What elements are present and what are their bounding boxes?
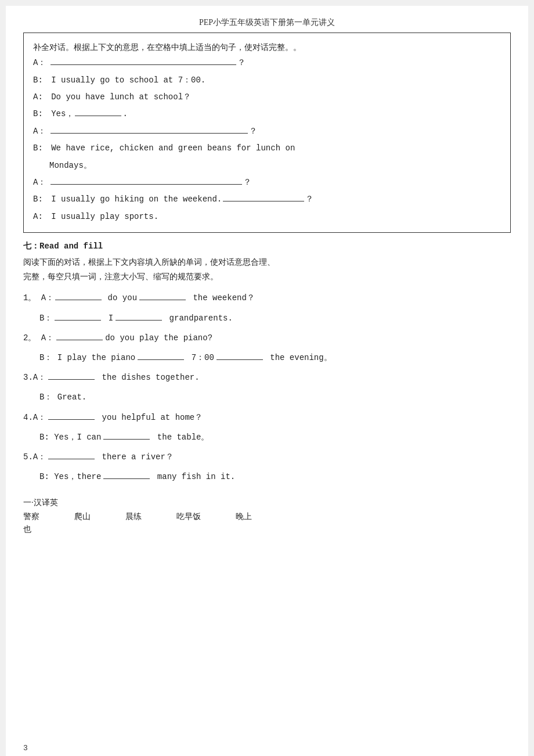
fill-item-2: 2。 A： do you play the piano? B： I play t… — [23, 329, 511, 367]
word-5: 晚上 — [236, 512, 252, 522]
dialog-line-a4: A： ？ — [33, 174, 501, 191]
label-b3: B: — [33, 140, 43, 157]
dialog-line-b3b: Mondays。 — [49, 157, 501, 174]
fill-line-4b: B: Yes，I can the table。 — [39, 428, 511, 447]
word-6: 也 — [23, 524, 31, 535]
dialog-line-a3: A： ？ — [33, 123, 501, 140]
word-4: 吃早饭 — [176, 512, 201, 522]
fill-line-5a: 5.A： there a river？ — [23, 448, 511, 466]
fill-line-1a: 1。 A： do you the weekend？ — [23, 289, 511, 307]
word-2: 爬山 — [74, 512, 91, 522]
blank-1a2[interactable] — [139, 300, 186, 300]
dialog-line-b4: B: I usually go hiking on the weekend. ？ — [33, 191, 501, 208]
blank-2b2[interactable] — [217, 359, 263, 360]
main-box: 补全对话。根据上下文的意思，在空格中填上适当的句子，使对话完整。。 A： ？ B… — [23, 33, 511, 233]
fill-line-5b: B: Yes，there many fish in it. — [39, 467, 511, 486]
page-number: 3 — [23, 744, 28, 753]
section-7-header: 七：Read and fill — [23, 241, 511, 251]
label-b2: B: — [33, 106, 43, 123]
word-1: 警察 — [23, 512, 39, 522]
bottom-title: 一·汉译英 — [23, 498, 511, 508]
word-3: 晨练 — [125, 512, 142, 522]
fill-line-3b: B： Great. — [39, 388, 511, 406]
page-title: PEP小学五年级英语下册第一单元讲义 — [23, 17, 511, 28]
label-a4: A： — [33, 174, 46, 191]
dialog-line-b3: B: We have rice, chicken and green beans… — [33, 140, 501, 157]
dialog-line-b1: B: I usually go to school at 7：00. — [33, 72, 501, 89]
blank-a3[interactable] — [50, 133, 248, 134]
blank-3a1[interactable] — [48, 379, 95, 380]
blank-5b1[interactable] — [103, 478, 150, 479]
fill-line-1b: B： I grandparents. — [39, 309, 511, 327]
dialog-line-a1: A： ？ — [33, 55, 501, 71]
section-7: 七：Read and fill 阅读下面的对话，根据上下文内容填入所缺的单词，使… — [23, 241, 511, 486]
label-b1: B: — [33, 72, 43, 89]
bottom-section: 一·汉译英 警察 爬山 晨练 吃早饭 晚上 也 — [23, 493, 511, 535]
page: PEP小学五年级英语下册第一单元讲义 补全对话。根据上下文的意思，在空格中填上适… — [6, 6, 528, 756]
fill-item-1: 1。 A： do you the weekend？ B： I grandpare… — [23, 289, 511, 327]
fill-line-2b: B： I play the piano 7：00 the evening。 — [39, 348, 511, 367]
blank-2b1[interactable] — [138, 359, 184, 360]
fill-item-4: 4.A： you helpful at home？ B: Yes，I can t… — [23, 408, 511, 447]
blank-2a1[interactable] — [56, 340, 103, 340]
fill-item-3: 3.A： the dishes together. B： Great. — [23, 368, 511, 406]
blank-b2[interactable] — [75, 116, 121, 116]
fill-item-5: 5.A： there a river？ B: Yes，there many fi… — [23, 448, 511, 486]
blank-5a1[interactable] — [48, 459, 95, 459]
label-a5: A: — [33, 208, 43, 225]
fill-line-2a: 2。 A： do you play the piano? — [23, 329, 511, 347]
dialog-line-a2: A: Do you have lunch at school？ — [33, 89, 501, 106]
label-a2: A: — [33, 89, 43, 106]
blank-a4[interactable] — [50, 184, 242, 185]
blank-a1[interactable] — [50, 64, 236, 65]
blank-4b1[interactable] — [103, 439, 150, 440]
fill-line-4a: 4.A： you helpful at home？ — [23, 408, 511, 427]
blank-b4[interactable] — [223, 201, 304, 201]
main-instruction: 补全对话。根据上下文的意思，在空格中填上适当的句子，使对话完整。。 — [33, 40, 501, 55]
dialog-line-b2: B: Yes， . — [33, 106, 501, 123]
blank-1b1[interactable] — [55, 320, 101, 321]
blank-1b2[interactable] — [116, 320, 162, 321]
blank-4a1[interactable] — [48, 419, 95, 420]
bottom-row-2: 也 — [23, 524, 511, 535]
label-a1: A： — [33, 55, 46, 71]
fill-line-3a: 3.A： the dishes together. — [23, 368, 511, 387]
section-7-instruction: 阅读下面的对话，根据上下文内容填入所缺的单词，使对话意思合理、 完整，每空只填一… — [23, 255, 511, 284]
bottom-row-1: 警察 爬山 晨练 吃早饭 晚上 — [23, 512, 511, 522]
label-a3: A： — [33, 123, 46, 140]
blank-1a1[interactable] — [55, 300, 102, 300]
dialog-line-a5: A: I usually play sports. — [33, 208, 501, 225]
label-b4: B: — [33, 191, 43, 208]
